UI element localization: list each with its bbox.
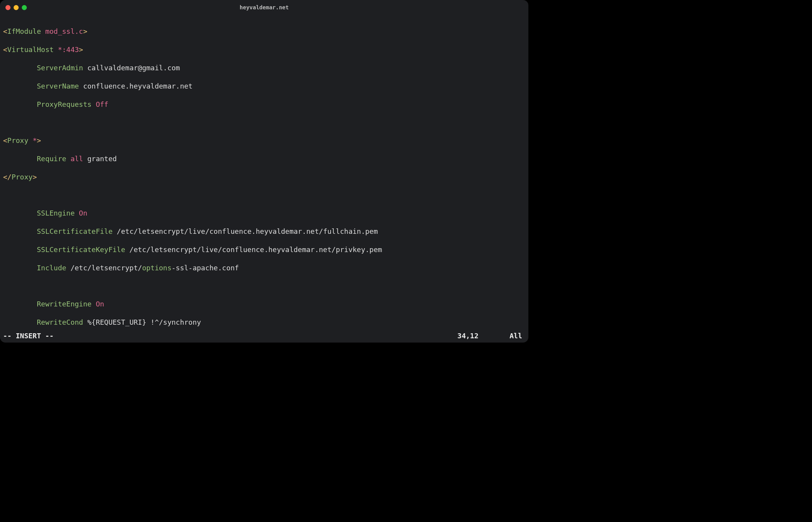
code-line: RewriteCond %{REQUEST_URI} !^/synchrony	[3, 318, 525, 327]
terminal-window: heyvaldemar.net <IfModule mod_ssl.c> <Vi…	[0, 0, 528, 343]
code-line: <Proxy *>	[3, 136, 525, 145]
code-line	[3, 118, 525, 127]
window-controls	[5, 5, 27, 10]
vim-status-bar: -- INSERT -- 34,12 All	[0, 331, 528, 343]
code-line: ServerAdmin callvaldemar@gmail.com	[3, 63, 525, 72]
code-line: SSLEngine On	[3, 209, 525, 218]
vim-cursor-pos: 34,12	[457, 331, 478, 340]
code-line: Include /etc/letsencrypt/options-ssl-apa…	[3, 263, 525, 272]
code-line: <IfModule mod_ssl.c>	[3, 27, 525, 36]
code-line	[3, 190, 525, 199]
vim-mode: -- INSERT --	[3, 331, 54, 340]
window-title: heyvaldemar.net	[0, 4, 528, 11]
code-line: SSLCertificateKeyFile /etc/letsencrypt/l…	[3, 245, 525, 254]
code-line: ProxyRequests Off	[3, 100, 525, 109]
code-line: Require all granted	[3, 154, 525, 163]
close-icon[interactable]	[5, 5, 10, 10]
titlebar: heyvaldemar.net	[0, 0, 528, 15]
maximize-icon[interactable]	[22, 5, 27, 10]
editor-area[interactable]: <IfModule mod_ssl.c> <VirtualHost *:443>…	[0, 15, 528, 331]
code-line	[3, 281, 525, 290]
minimize-icon[interactable]	[14, 5, 19, 10]
code-line: SSLCertificateFile /etc/letsencrypt/live…	[3, 227, 525, 236]
code-line: <VirtualHost *:443>	[3, 45, 525, 54]
code-line: </Proxy>	[3, 172, 525, 181]
code-line: RewriteEngine On	[3, 299, 525, 308]
vim-scroll-pos: All	[509, 331, 522, 340]
code-line: ServerName confluence.heyvaldemar.net	[3, 82, 525, 90]
